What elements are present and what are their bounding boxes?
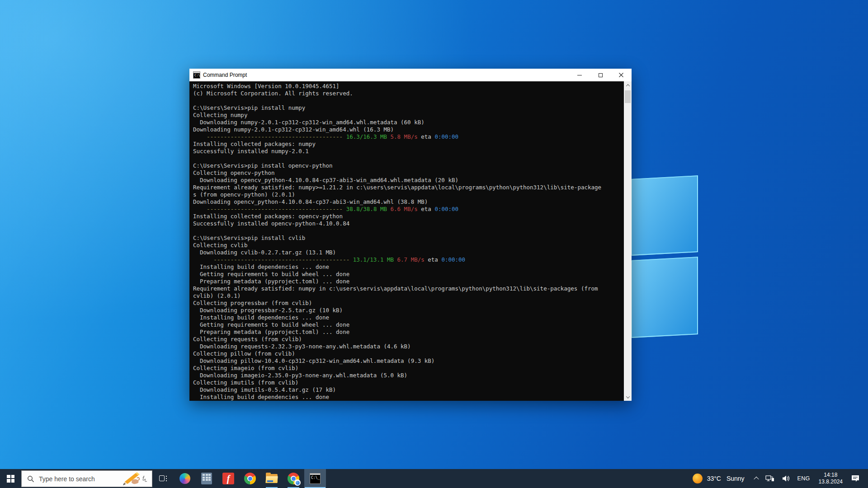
taskbar-search-box[interactable] xyxy=(21,470,152,487)
taskbar: f C:\_ 33°C Sunny xyxy=(0,469,868,488)
weather-condition: Sunny xyxy=(726,475,745,482)
volume-button[interactable] xyxy=(778,469,793,488)
profile-badge-icon xyxy=(294,479,301,486)
taskbar-app-f[interactable]: f xyxy=(217,469,239,488)
close-button[interactable] xyxy=(611,69,632,81)
start-button[interactable] xyxy=(0,469,21,488)
window-titlebar[interactable]: C:\ Command Prompt xyxy=(189,69,632,81)
language-indicator[interactable]: ENG xyxy=(793,469,814,488)
weather-temp: 33°C xyxy=(707,475,721,482)
window-title: Command Prompt xyxy=(203,72,247,78)
chevron-up-icon xyxy=(754,477,759,482)
chevron-up-icon xyxy=(626,84,629,88)
minimize-icon xyxy=(577,75,582,75)
terminal-output: Microsoft Windows [Version 10.0.19045.46… xyxy=(193,83,623,401)
action-center-icon xyxy=(851,474,860,483)
windows-logo-pane-top xyxy=(631,175,698,256)
minimize-button[interactable] xyxy=(569,69,590,81)
volume-icon xyxy=(782,475,790,482)
task-view-icon xyxy=(159,475,167,482)
chrome-icon xyxy=(244,473,256,484)
command-prompt-icon: C:\ xyxy=(193,71,200,79)
search-input[interactable] xyxy=(39,475,107,483)
network-icon xyxy=(765,475,774,482)
clock-widget[interactable]: 14:18 13.8.2024 xyxy=(814,469,847,488)
terminal-content[interactable]: Microsoft Windows [Version 10.0.19045.46… xyxy=(189,81,632,401)
close-icon xyxy=(619,73,623,77)
maximize-button[interactable] xyxy=(590,69,611,81)
network-button[interactable] xyxy=(762,469,778,488)
action-center-button[interactable] xyxy=(847,469,863,488)
clock-date: 13.8.2024 xyxy=(819,479,843,485)
chevron-down-icon xyxy=(626,394,629,398)
taskbar-app-calculator[interactable] xyxy=(196,469,217,488)
tray-overflow-button[interactable] xyxy=(751,469,762,488)
system-tray: 33°C Sunny ENG 14:18 13.8.2024 xyxy=(686,469,868,488)
taskbar-app-chrome-profile[interactable] xyxy=(283,469,304,488)
taskbar-app-task-view[interactable] xyxy=(152,469,174,488)
file-explorer-icon xyxy=(266,474,278,483)
taskbar-app-copilot[interactable] xyxy=(174,469,196,488)
windows-logo-pane-bottom xyxy=(631,257,698,338)
calculator-icon xyxy=(201,473,212,484)
scroll-up-button[interactable] xyxy=(624,81,632,89)
sun-icon xyxy=(693,474,703,483)
scrollbar-thumb[interactable] xyxy=(625,90,631,103)
terminal-scrollbar[interactable] xyxy=(624,81,632,401)
weather-widget[interactable]: 33°C Sunny xyxy=(686,469,751,488)
taskbar-app-chrome[interactable] xyxy=(239,469,261,488)
search-icon xyxy=(27,475,34,483)
command-prompt-taskbar-icon: C:\_ xyxy=(310,473,321,484)
copilot-icon xyxy=(179,473,190,484)
windows-logo-icon xyxy=(7,475,14,483)
chrome-profile-icon xyxy=(288,473,299,484)
taskbar-app-file-explorer[interactable] xyxy=(261,469,283,488)
hand-pencil-doodle-illustration xyxy=(120,472,150,486)
f-app-icon: f xyxy=(222,473,234,484)
clock-time: 14:18 xyxy=(824,472,837,479)
maximize-icon xyxy=(599,73,603,77)
taskbar-app-command-prompt[interactable]: C:\_ xyxy=(304,469,326,488)
command-prompt-window: C:\ Command Prompt Microsoft Windows [Ve… xyxy=(189,69,632,401)
scroll-down-button[interactable] xyxy=(624,393,632,401)
